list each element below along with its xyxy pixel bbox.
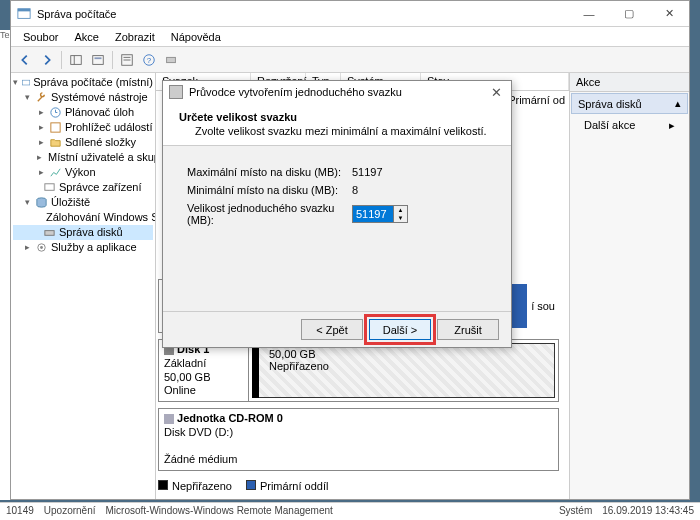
services-icon <box>35 241 48 254</box>
svg-text:?: ? <box>147 55 152 64</box>
wizard-body: Maximální místo na disku (MB): 51197 Min… <box>163 146 511 311</box>
disk1-status: Online <box>164 384 196 396</box>
tree-label: Systémové nástroje <box>51 90 148 105</box>
wizard-caption: Průvodce vytvořením jednoduchého svazku <box>189 86 402 98</box>
disk1-unallocated[interactable]: 50,00 GB Nepřiřazeno <box>252 343 555 398</box>
svg-point-22 <box>40 246 43 249</box>
sou-text: í sou <box>527 300 559 312</box>
back-button[interactable]: < Zpět <box>301 319 363 340</box>
minimize-button[interactable]: — <box>569 1 609 27</box>
size-input[interactable] <box>353 206 393 222</box>
forward-button[interactable] <box>37 50 57 70</box>
tree-label: Úložiště <box>51 195 90 210</box>
disk1-row[interactable]: Disk 1 Základní 50,00 GB Online 50,00 GB… <box>158 339 559 402</box>
expand-icon[interactable]: ▾ <box>13 75 19 90</box>
tree-label: Výkon <box>65 165 96 180</box>
chevron-right-icon: ▸ <box>669 119 675 132</box>
app-icon <box>17 7 31 21</box>
show-hide-button[interactable] <box>66 50 86 70</box>
max-space-label: Maximální místo na disku (MB): <box>187 166 352 178</box>
tree-devmgr[interactable]: Správce zařízení <box>13 180 153 195</box>
menu-action[interactable]: Akce <box>66 29 106 45</box>
tree-services[interactable]: ▸ Služby a aplikace <box>13 240 153 255</box>
expand-icon[interactable]: ▸ <box>37 150 42 165</box>
cancel-button[interactable]: Zrušit <box>437 319 499 340</box>
extra-button[interactable] <box>161 50 181 70</box>
svg-rect-1 <box>18 8 30 11</box>
expand-icon[interactable]: ▸ <box>37 105 46 120</box>
maximize-button[interactable]: ▢ <box>609 1 649 27</box>
tree-perf[interactable]: ▸ Výkon <box>13 165 153 180</box>
svg-rect-11 <box>167 57 176 62</box>
wizard-dialog: Průvodce vytvořením jednoduchého svazku … <box>162 80 512 348</box>
expand-icon[interactable]: ▸ <box>37 165 46 180</box>
refresh-button[interactable] <box>88 50 108 70</box>
wizard-subheading: Zvolte velikost svazku mezi minimální a … <box>179 123 495 139</box>
menu-help[interactable]: Nápověda <box>163 29 229 45</box>
tree-eventviewer[interactable]: ▸ Prohlížeč událostí <box>13 120 153 135</box>
event-source: Microsoft-Windows-Windows Remote Managem… <box>106 505 333 518</box>
legend-primary: Primární oddíl <box>260 480 328 492</box>
actions-title: Akce <box>570 73 689 92</box>
cdrom-status: Žádné médium <box>164 453 237 465</box>
menu-view[interactable]: Zobrazit <box>107 29 163 45</box>
help-button[interactable]: ? <box>139 50 159 70</box>
event-category: Systém <box>559 505 592 518</box>
expand-icon[interactable]: ▸ <box>23 240 32 255</box>
size-spinner[interactable]: ▲ ▼ <box>352 205 408 223</box>
wizard-disk-icon <box>169 85 183 99</box>
svg-rect-12 <box>22 80 29 85</box>
tree-root[interactable]: ▾ Správa počítače (místní) <box>13 75 153 90</box>
computer-icon <box>22 76 30 89</box>
expand-icon[interactable]: ▾ <box>23 90 32 105</box>
stripe <box>252 343 259 398</box>
tree-label: Správa disků <box>59 225 123 240</box>
actions-group[interactable]: Správa disků ▴ <box>571 93 688 114</box>
nav-tree[interactable]: ▾ Správa počítače (místní) ▾ Systémové n… <box>11 73 156 499</box>
tree-label: Správce zařízení <box>59 180 142 195</box>
expand-icon[interactable]: ▾ <box>23 195 32 210</box>
perf-icon <box>49 166 62 179</box>
legend-unalloc: Nepřiřazeno <box>172 480 232 492</box>
tree-label: Zálohování Windows Se… <box>46 210 156 225</box>
legend-primary-swatch <box>246 480 256 490</box>
tree-backup[interactable]: Zálohování Windows Se… <box>13 210 153 225</box>
tree-sharedfolders[interactable]: ▸ Sdílené složky <box>13 135 153 150</box>
wizard-close-button[interactable]: ✕ <box>487 85 505 100</box>
tree-localusers[interactable]: ▸ Místní uživatelé a skupiny <box>13 150 153 165</box>
event-id: 10149 <box>6 505 34 518</box>
cdrom-icon <box>164 414 174 424</box>
close-button[interactable]: ✕ <box>649 1 689 27</box>
disk-icon <box>43 226 56 239</box>
properties-button[interactable] <box>117 50 137 70</box>
min-space-value: 8 <box>352 184 487 196</box>
tree-label: Služby a aplikace <box>51 240 137 255</box>
svg-rect-5 <box>95 57 102 59</box>
tree-label: Prohlížeč událostí <box>65 120 152 135</box>
min-space-label: Minimální místo na disku (MB): <box>187 184 352 196</box>
spinner-up-button[interactable]: ▲ <box>394 206 407 214</box>
tree-systools[interactable]: ▾ Systémové nástroje <box>13 90 153 105</box>
back-button[interactable] <box>15 50 35 70</box>
svg-rect-17 <box>45 184 54 191</box>
tree-taskscheduler[interactable]: ▸ Plánovač úloh <box>13 105 153 120</box>
menu-file[interactable]: Soubor <box>15 29 66 45</box>
expand-icon[interactable]: ▸ <box>37 135 46 150</box>
disk1-info: Disk 1 Základní 50,00 GB Online <box>159 340 249 401</box>
max-space-value: 51197 <box>352 166 487 178</box>
tree-diskmgmt[interactable]: Správa disků <box>13 225 153 240</box>
menubar: Soubor Akce Zobrazit Nápověda <box>11 27 689 47</box>
tree-storage[interactable]: ▾ Úložiště <box>13 195 153 210</box>
actions-more[interactable]: Další akce ▸ <box>570 115 689 136</box>
tools-icon <box>35 91 48 104</box>
cdrom-name: Jednotka CD-ROM 0 <box>177 412 283 424</box>
expand-icon[interactable]: ▸ <box>37 120 46 135</box>
wizard-footer: < Zpět Další > Zrušit <box>163 311 511 347</box>
actions-group-label: Správa disků <box>578 98 642 110</box>
window-title: Správa počítače <box>37 8 569 20</box>
cdrom-row[interactable]: Jednotka CD-ROM 0 Disk DVD (D:) Žádné mé… <box>158 408 559 471</box>
svg-rect-2 <box>71 55 82 64</box>
next-button[interactable]: Další > <box>369 319 431 340</box>
spinner-down-button[interactable]: ▼ <box>394 214 407 222</box>
wizard-heading: Určete velikost svazku <box>179 111 495 123</box>
